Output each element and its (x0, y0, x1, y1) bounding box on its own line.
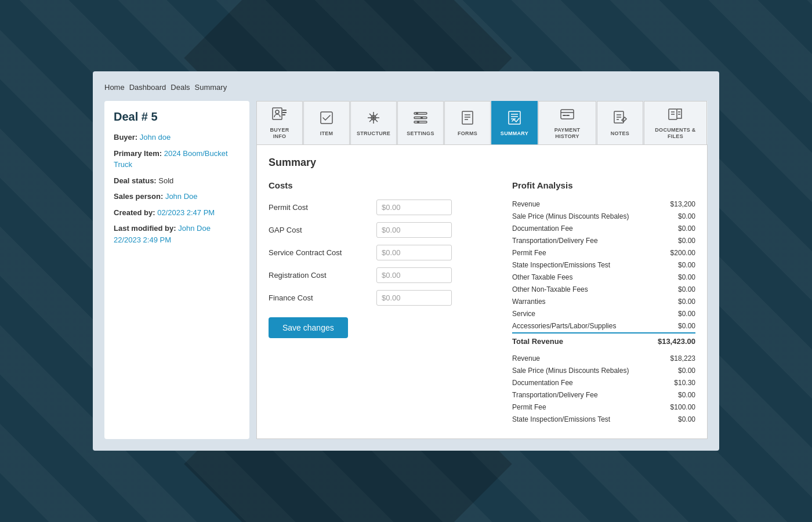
svg-rect-5 (321, 112, 332, 124)
created-by-label: Created by: (114, 208, 155, 217)
primary-item-label: Primary Item: (114, 149, 162, 158)
svg-rect-17 (462, 111, 473, 124)
profit-row-doc-fee1: Documentation Fee $0.00 (512, 224, 695, 233)
tab-documents-files[interactable]: DOCUMENTS & FILES (644, 101, 707, 144)
profit-row-permit-fee1: Permit Fee $200.00 (512, 248, 695, 258)
last-modified-date: 22/2023 2:49 PM (114, 235, 171, 244)
tab-structure[interactable]: STRUCTURE (350, 101, 397, 144)
costs-title: Costs (269, 180, 489, 190)
tab-notes[interactable]: NOTES (597, 101, 643, 144)
breadcrumb-home[interactable]: Home (104, 83, 125, 92)
profit-analysis-title: Profit Analysis (512, 180, 695, 190)
profit-total-revenue: Total Revenue $13,423.00 (512, 336, 695, 347)
finance-cost-input[interactable] (376, 290, 452, 306)
deal-info-panel: Deal # 5 Buyer: John doe Primary Item: 2… (104, 101, 249, 439)
registration-cost-row: Registration Cost (269, 267, 489, 283)
profit-row-service1: Service $0.00 (512, 309, 695, 318)
tab-buyer-info[interactable]: BUYER INFO (256, 101, 303, 144)
main-container: Home Dashboard Deals Summary Deal # 5 Bu… (93, 71, 719, 451)
tab-item-label: ITEM (320, 130, 334, 137)
deal-salesperson-row: Sales person: John Doe (114, 191, 240, 202)
svg-rect-13 (414, 121, 427, 123)
gap-cost-input[interactable] (376, 222, 452, 238)
tab-settings-label: SETTINGS (407, 130, 434, 137)
deal-status-label: Deal status: (114, 176, 157, 185)
right-panel: BUYER INFO ITEM (256, 101, 708, 439)
main-content: Summary Costs Permit Cost GAP Cost (256, 145, 708, 439)
tab-bar: BUYER INFO ITEM (256, 101, 708, 145)
profit-row-doc-fee2: Documentation Fee $10.30 (512, 378, 695, 387)
profit-row-sale-price2: Sale Price (Minus Discounts Rebales) $0.… (512, 366, 695, 375)
section-title: Summary (269, 157, 695, 169)
tab-forms[interactable]: FORMS (444, 101, 491, 144)
salesperson-label: Sales person: (114, 192, 163, 201)
gap-cost-row: GAP Cost (269, 222, 489, 238)
two-col-layout: Costs Permit Cost GAP Cost Service Contr… (269, 180, 695, 427)
breadcrumb: Home Dashboard Deals Summary (104, 83, 708, 92)
total-revenue-label: Total Revenue (512, 337, 563, 346)
registration-cost-input[interactable] (376, 267, 452, 283)
service-contract-cost-row: Service Contract Cost (269, 245, 489, 260)
service-contract-cost-input[interactable] (376, 245, 452, 260)
structure-icon (365, 110, 382, 128)
profit-row-state-inspection2: State Inspection/Emissions Test $0.00 (512, 415, 695, 424)
deal-created-row: Created by: 02/2023 2:47 PM (114, 207, 240, 219)
profit-row-state-inspection1: State Inspection/Emissions Test $0.00 (512, 260, 695, 270)
finance-cost-label: Finance Cost (269, 293, 367, 302)
notes-icon (612, 110, 628, 128)
svg-rect-3 (282, 112, 287, 113)
tab-buyer-info-label: BUYER INFO (264, 127, 295, 140)
profit-row-revenue1: Revenue $13,200 (512, 200, 695, 209)
profit-analysis-section: Profit Analysis Revenue $13,200 Sale Pri… (512, 180, 695, 427)
profit-row-revenue2: Revenue $18,223 (512, 354, 695, 363)
salesperson-value[interactable]: John Doe (165, 192, 198, 201)
profit-row-transport2: Transportation/Delivery Fee $0.00 (512, 390, 695, 400)
tab-notes-label: NOTES (611, 130, 630, 137)
tab-payment-history[interactable]: PAYMENT HISTORY (538, 101, 596, 144)
registration-cost-label: Registration Cost (269, 271, 367, 280)
deal-primary-item-row: Primary Item: 2024 Boom/Bucket Truck (114, 148, 240, 171)
profit-row-taxable-fees1: Other Taxable Fees $0.00 (512, 273, 695, 282)
created-by-value: 02/2023 2:47 PM (157, 208, 215, 217)
profit-row-transport1: Transportation/Delivery Fee $0.00 (512, 236, 695, 245)
svg-rect-4 (282, 114, 285, 115)
deal-status-row: Deal status: Sold (114, 175, 240, 187)
gap-cost-label: GAP Cost (269, 226, 367, 234)
svg-rect-2 (282, 110, 287, 111)
content-area: Deal # 5 Buyer: John doe Primary Item: 2… (104, 101, 708, 439)
payment-history-icon (559, 106, 575, 125)
costs-section: Costs Permit Cost GAP Cost Service Contr… (269, 180, 489, 427)
total-revenue-value: $13,423.00 (658, 337, 695, 346)
tab-settings[interactable]: SETTINGS (397, 101, 444, 144)
documents-files-icon (667, 106, 683, 125)
svg-point-1 (276, 110, 279, 114)
profit-row-nontaxable-fees1: Other Non-Taxable Fees $0.00 (512, 285, 695, 294)
svg-rect-21 (509, 111, 520, 124)
summary-icon (506, 110, 523, 128)
deal-status-value: Sold (158, 176, 173, 185)
buyer-value[interactable]: John doe (140, 133, 171, 142)
tab-forms-label: FORMS (458, 130, 477, 137)
settings-icon (412, 110, 429, 128)
deal-modified-row: Last modified by: John Doe 22/2023 2:49 … (114, 223, 240, 245)
tab-documents-files-label: DOCUMENTS & FILES (651, 127, 699, 140)
profit-row-sale-price1: Sale Price (Minus Discounts Rebales) $0.… (512, 212, 695, 221)
svg-point-15 (420, 117, 423, 119)
tab-item[interactable]: ITEM (303, 101, 350, 144)
deal-buyer-row: Buyer: John doe (114, 132, 240, 143)
finance-cost-row: Finance Cost (269, 290, 489, 306)
permit-cost-label: Permit Cost (269, 203, 367, 212)
tab-summary-label: SUMMARY (501, 130, 528, 137)
permit-cost-row: Permit Cost (269, 200, 489, 215)
buyer-label: Buyer: (114, 133, 137, 142)
last-modified-name: John Doe (178, 224, 211, 233)
tab-payment-history-label: PAYMENT HISTORY (546, 127, 589, 140)
deal-title: Deal # 5 (114, 110, 240, 124)
svg-point-14 (416, 112, 418, 114)
save-changes-button[interactable]: Save changes (269, 317, 348, 338)
profit-row-warranties1: Warranties $0.00 (512, 297, 695, 306)
tab-summary[interactable]: SUMMARY (491, 101, 538, 144)
permit-cost-input[interactable] (376, 200, 452, 215)
profit-row-accessories1: Accessories/Parts/Labor/Supplies $0.00 (512, 321, 695, 334)
tab-structure-label: STRUCTURE (357, 130, 390, 137)
